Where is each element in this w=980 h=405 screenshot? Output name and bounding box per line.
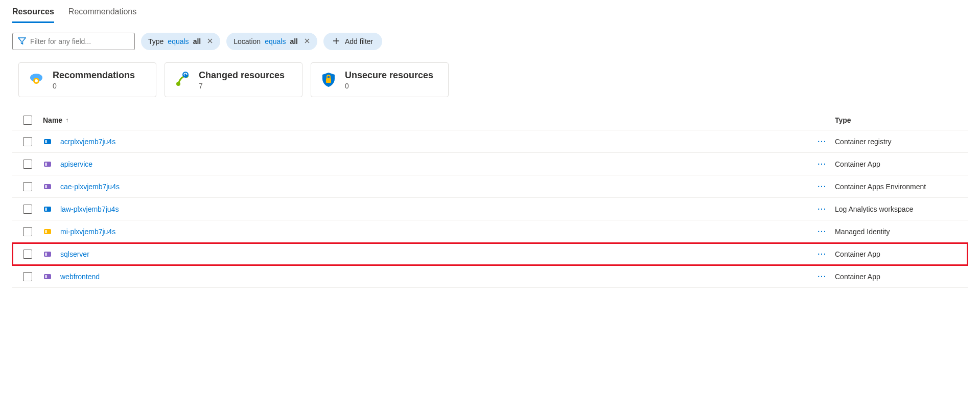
row-checkbox[interactable] <box>23 227 32 236</box>
sort-ascending-icon: ↑ <box>65 117 68 124</box>
filter-input[interactable] <box>30 37 129 46</box>
resource-link[interactable]: sqlserver <box>60 250 89 258</box>
card-title: Changed resources <box>199 70 285 81</box>
resource-type: Log Analytics workspace <box>835 205 968 213</box>
resource-link[interactable]: apiservice <box>60 160 92 168</box>
svg-point-2 <box>35 79 38 82</box>
tab-recommendations[interactable]: Recommendations <box>68 4 136 23</box>
svg-rect-14 <box>45 208 47 211</box>
row-checkbox[interactable] <box>23 182 32 191</box>
resource-type: Container Apps Environment <box>835 183 968 191</box>
row-menu-button[interactable]: ··· <box>818 138 827 146</box>
unsecure-icon <box>319 71 338 89</box>
card-recommendation[interactable]: Recommendations0 <box>18 62 156 97</box>
cards-row: Recommendations0Changed resources7Unsecu… <box>0 50 980 97</box>
table-row: law-plxvjemb7ju4s ··· Log Analytics work… <box>12 198 968 220</box>
tabs-row: ResourcesRecommendations <box>0 4 980 24</box>
row-checkbox[interactable] <box>23 137 32 146</box>
card-unsecure[interactable]: Unsecure resources0 <box>311 62 449 97</box>
resource-icon <box>43 250 52 259</box>
card-title: Recommendations <box>53 70 135 81</box>
filter-input-container[interactable] <box>12 33 135 50</box>
filter-row: Type equals allLocation equals all Add f… <box>0 24 980 50</box>
column-header-type-label: Type <box>835 116 851 124</box>
tab-resources[interactable]: Resources <box>12 4 54 23</box>
changed-icon <box>173 71 192 89</box>
resource-link[interactable]: law-plxvjemb7ju4s <box>60 205 119 213</box>
filter-icon <box>18 37 26 47</box>
row-menu-button[interactable]: ··· <box>818 205 827 213</box>
card-title: Unsecure resources <box>345 70 433 81</box>
recommendation-icon <box>27 71 45 89</box>
resources-table: Name ↑ Type acrplxvjemb7ju4s ··· Contain… <box>0 97 980 288</box>
filter-value: all <box>193 37 201 46</box>
resource-type: Container App <box>835 250 968 258</box>
resource-link[interactable]: webfrontend <box>60 273 100 281</box>
close-icon[interactable] <box>304 37 310 46</box>
row-menu-button[interactable]: ··· <box>818 273 827 281</box>
filter-operator: equals <box>265 37 286 46</box>
resource-link[interactable]: acrplxvjemb7ju4s <box>60 138 115 146</box>
resource-type: Container App <box>835 273 968 281</box>
header-checkbox-cell <box>12 116 43 125</box>
card-changed[interactable]: Changed resources7 <box>165 62 302 97</box>
resource-icon <box>43 137 52 146</box>
resource-icon <box>43 182 52 191</box>
svg-rect-18 <box>45 253 47 256</box>
select-all-checkbox[interactable] <box>23 116 32 125</box>
row-checkbox[interactable] <box>23 272 32 281</box>
filter-pill-location[interactable]: Location equals all <box>226 33 317 50</box>
add-filter-button[interactable]: Add filter <box>323 33 382 50</box>
resource-type: Container registry <box>835 138 968 146</box>
card-count: 7 <box>199 82 285 90</box>
table-header: Name ↑ Type <box>12 112 968 130</box>
card-count: 0 <box>53 82 135 90</box>
table-row: acrplxvjemb7ju4s ··· Container registry <box>12 130 968 153</box>
filter-operator: equals <box>168 37 189 46</box>
svg-rect-10 <box>45 163 47 166</box>
column-header-name-label: Name <box>43 116 62 124</box>
filter-pill-type[interactable]: Type equals all <box>141 33 220 50</box>
add-filter-label: Add filter <box>345 37 373 46</box>
filter-field: Location <box>234 37 261 46</box>
row-menu-button[interactable]: ··· <box>818 183 827 191</box>
resource-icon <box>43 205 52 214</box>
resource-icon <box>43 227 52 236</box>
svg-rect-6 <box>326 78 331 83</box>
resource-type: Managed Identity <box>835 228 968 236</box>
row-menu-button[interactable]: ··· <box>818 160 827 168</box>
close-icon[interactable] <box>207 37 213 46</box>
table-row: apiservice ··· Container App <box>12 153 968 175</box>
svg-rect-20 <box>45 275 47 278</box>
card-count: 0 <box>345 82 433 90</box>
table-row: webfrontend ··· Container App <box>12 265 968 288</box>
filter-value: all <box>290 37 298 46</box>
svg-rect-12 <box>45 185 47 188</box>
table-row: cae-plxvjemb7ju4s ··· Container Apps Env… <box>12 175 968 198</box>
svg-rect-16 <box>45 230 47 233</box>
filter-field: Type <box>148 37 164 46</box>
column-header-name[interactable]: Name ↑ <box>43 116 809 124</box>
column-header-type[interactable]: Type <box>835 116 968 124</box>
row-checkbox[interactable] <box>23 160 32 169</box>
table-row: sqlserver ··· Container App <box>12 243 968 265</box>
row-menu-button[interactable]: ··· <box>818 228 827 236</box>
table-row: mi-plxvjemb7ju4s ··· Managed Identity <box>12 220 968 243</box>
row-checkbox[interactable] <box>23 205 32 214</box>
row-checkbox[interactable] <box>23 250 32 259</box>
resource-icon <box>43 272 52 281</box>
resource-type: Container App <box>835 160 968 168</box>
resource-link[interactable]: cae-plxvjemb7ju4s <box>60 183 120 191</box>
svg-rect-8 <box>45 140 47 143</box>
plus-icon <box>333 37 340 46</box>
resource-icon <box>43 160 52 169</box>
row-menu-button[interactable]: ··· <box>818 250 827 258</box>
resource-link[interactable]: mi-plxvjemb7ju4s <box>60 228 115 236</box>
svg-point-5 <box>182 72 189 78</box>
